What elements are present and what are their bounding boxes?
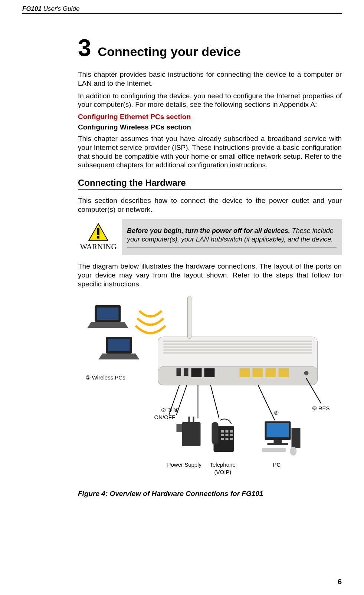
warning-icon bbox=[88, 223, 109, 241]
svg-line-29 bbox=[211, 385, 219, 418]
svg-rect-17 bbox=[177, 368, 181, 376]
router-icon bbox=[158, 296, 318, 385]
header-product-code: FG101 bbox=[22, 5, 42, 12]
svg-rect-7 bbox=[108, 339, 130, 351]
link-wireless-section: Configuring Wireless PCs section bbox=[78, 123, 342, 131]
svg-rect-32 bbox=[182, 422, 201, 446]
svg-rect-19 bbox=[191, 368, 202, 377]
svg-rect-35 bbox=[177, 424, 182, 432]
svg-rect-42 bbox=[226, 434, 229, 436]
svg-rect-46 bbox=[230, 438, 233, 440]
laptop-icon bbox=[99, 337, 140, 359]
hardware-diagram: ① Wireless PCs bbox=[78, 292, 342, 485]
svg-rect-15 bbox=[164, 352, 312, 354]
svg-rect-22 bbox=[253, 368, 263, 377]
section-heading-hardware: Connecting the Hardware bbox=[78, 178, 342, 190]
svg-rect-51 bbox=[292, 428, 301, 448]
svg-rect-1 bbox=[97, 228, 99, 235]
label-pc: PC bbox=[273, 461, 281, 468]
svg-rect-10 bbox=[158, 366, 318, 385]
intro-p3: This chapter assumes that you have alrea… bbox=[78, 134, 342, 170]
intro-p2: In addition to configuring the device, y… bbox=[78, 92, 342, 109]
svg-rect-40 bbox=[230, 430, 233, 433]
svg-rect-34 bbox=[193, 417, 194, 422]
header-product-rest: User's Guide bbox=[42, 5, 79, 12]
chapter-heading: 3 Connecting your device bbox=[78, 36, 342, 60]
warning-box: Before you begin, turn the power off for… bbox=[122, 219, 342, 256]
svg-rect-2 bbox=[97, 236, 99, 239]
intro-p1: This chapter provides basic instructions… bbox=[78, 70, 342, 88]
chapter-title: Connecting your device bbox=[98, 45, 241, 59]
svg-rect-18 bbox=[184, 368, 188, 376]
svg-rect-14 bbox=[164, 349, 312, 351]
svg-rect-43 bbox=[230, 434, 233, 436]
link-ethernet-section[interactable]: Configuring Ethernet PCs section bbox=[78, 113, 342, 121]
label-phone2: (VOIP) bbox=[214, 469, 232, 475]
svg-rect-23 bbox=[266, 368, 276, 377]
svg-rect-38 bbox=[221, 430, 224, 433]
svg-rect-11 bbox=[164, 341, 312, 342]
label-five: ⑤ bbox=[274, 410, 279, 416]
svg-rect-16 bbox=[188, 296, 191, 339]
svg-rect-39 bbox=[226, 430, 229, 433]
diagram-intro: The diagram below illustrates the hardwa… bbox=[78, 262, 342, 288]
svg-rect-12 bbox=[164, 343, 312, 345]
label-onoff-nums: ② ③ ④ bbox=[161, 407, 178, 413]
svg-marker-5 bbox=[88, 322, 128, 328]
label-onoff: ON/OFF bbox=[154, 414, 176, 420]
power-supply-icon bbox=[177, 417, 201, 446]
laptop-icon bbox=[88, 305, 128, 328]
page-number: 6 bbox=[338, 578, 342, 586]
svg-rect-21 bbox=[240, 368, 250, 377]
chapter-number: 3 bbox=[78, 36, 91, 60]
svg-rect-45 bbox=[226, 438, 229, 440]
svg-rect-48 bbox=[267, 423, 289, 437]
svg-rect-13 bbox=[164, 346, 312, 348]
section-p1: This section describes how to connect th… bbox=[78, 196, 342, 214]
svg-rect-4 bbox=[97, 308, 119, 320]
label-res: ⑥ RES bbox=[312, 405, 330, 411]
svg-rect-44 bbox=[221, 438, 224, 440]
pc-icon bbox=[262, 421, 301, 456]
svg-rect-41 bbox=[221, 434, 224, 436]
svg-rect-52 bbox=[262, 448, 286, 452]
svg-line-30 bbox=[258, 385, 275, 420]
svg-rect-33 bbox=[188, 417, 190, 422]
svg-rect-20 bbox=[204, 368, 215, 377]
label-power: Power Supply bbox=[167, 461, 202, 468]
svg-marker-8 bbox=[99, 354, 140, 359]
telephone-icon bbox=[212, 419, 234, 451]
svg-point-25 bbox=[304, 371, 309, 375]
warning-label: WARNING bbox=[80, 242, 117, 252]
svg-point-53 bbox=[290, 447, 297, 456]
warning-text: Before you begin, turn the power off for… bbox=[127, 227, 337, 248]
svg-rect-24 bbox=[279, 368, 289, 377]
svg-rect-49 bbox=[274, 440, 282, 443]
warning-left: WARNING bbox=[78, 219, 122, 256]
header-product: FG101 User's Guide bbox=[22, 5, 79, 13]
figure-caption: Figure 4: Overview of Hardware Connectio… bbox=[78, 490, 342, 498]
page-header: FG101 User's Guide bbox=[22, 5, 342, 14]
svg-rect-50 bbox=[268, 443, 288, 445]
warning-block: WARNING Before you begin, turn the power… bbox=[78, 219, 342, 256]
label-wireless: ① Wireless PCs bbox=[86, 374, 125, 381]
svg-rect-37 bbox=[212, 422, 219, 444]
label-phone1: Telephone bbox=[210, 461, 236, 468]
wifi-waves-icon bbox=[136, 311, 165, 333]
warning-text-bold: Before you begin, turn the power off for… bbox=[127, 227, 290, 234]
